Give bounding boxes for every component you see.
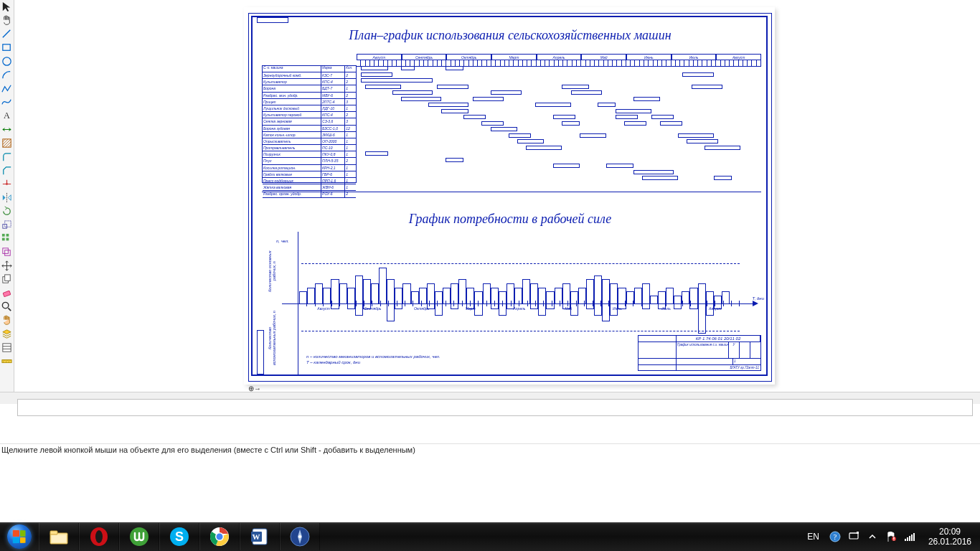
taskbar-clock[interactable]: 20:0926.01.2016: [923, 527, 977, 547]
table-row: Пресс-подборщикПРП-1,61: [263, 178, 356, 184]
zoom-tool[interactable]: [0, 300, 13, 313]
y-axis-label-up: Количество основных рабочих, n: [268, 246, 275, 296]
language-indicator[interactable]: EN: [804, 532, 822, 542]
taskbar-kompas[interactable]: [280, 523, 320, 550]
taskbar-utorrent[interactable]: [119, 523, 159, 550]
start-button[interactable]: [0, 522, 39, 551]
table-row: ПлугПЛН-5-352: [263, 158, 356, 164]
gantt-bar: [692, 85, 723, 89]
array-tool[interactable]: [0, 232, 13, 245]
gantt-bar: [714, 176, 732, 180]
svg-line-0: [2, 29, 9, 37]
polyline-tool[interactable]: [0, 82, 13, 95]
gantt-bar: [361, 78, 433, 83]
taskbar-word[interactable]: W: [240, 523, 280, 550]
gantt-bar: [361, 66, 387, 70]
drawing-canvas[interactable]: План–график использования сельскохозяйст…: [14, 0, 980, 392]
hatch-tool[interactable]: [0, 136, 13, 149]
rotate-tool[interactable]: [0, 204, 13, 217]
scale-tool[interactable]: [0, 218, 13, 231]
table-row: БоронаБДТ-71: [263, 85, 356, 92]
svg-rect-48: [893, 540, 895, 540]
gantt-bar: [365, 151, 387, 156]
sheet: План–график использования сельскохозяйст…: [244, 7, 775, 385]
gantt-bar: [553, 115, 575, 119]
svg-rect-9: [1, 233, 4, 236]
svg-rect-11: [1, 237, 4, 240]
move-tool[interactable]: [0, 259, 13, 272]
gantt-bar: [616, 109, 651, 113]
erase-tool[interactable]: [0, 286, 13, 299]
gantt-bar: [509, 133, 531, 138]
title-block: КР 1.74 06 01 20/11 02 График использова…: [638, 335, 761, 371]
arc-tool[interactable]: [0, 68, 13, 81]
gantt-bar: [437, 85, 468, 89]
x-axis-arrow: [753, 301, 758, 306]
chart-legend: n – количество механизаторов и вспомогат…: [306, 354, 440, 365]
command-input[interactable]: [17, 399, 973, 416]
gantt-bar: [682, 72, 714, 77]
gantt-bar: [517, 139, 544, 143]
gantt-bar: [633, 170, 674, 174]
taskbar-opera[interactable]: [79, 523, 119, 550]
layers-tool[interactable]: [0, 327, 13, 340]
table-row: ОпрыскивательОП-20001: [263, 138, 356, 145]
line-tool[interactable]: [0, 27, 13, 40]
svg-rect-47: [893, 537, 895, 539]
chamfer-tool[interactable]: [0, 164, 13, 176]
table-row: Косилка ротацион.КРН-2,11: [263, 165, 356, 171]
action-center-icon[interactable]: [848, 531, 859, 542]
network-icon[interactable]: [904, 531, 915, 542]
cursor-tool[interactable]: [0, 0, 13, 13]
table-row: Разбрас. мин. удобр.МВУ-62: [263, 93, 356, 99]
table-row: Жатка валковаяЖВН-61: [263, 184, 356, 191]
frame-inner: План–график использования сельскохозяйст…: [248, 13, 772, 382]
svg-rect-25: [50, 531, 57, 534]
offset-tool[interactable]: [0, 245, 13, 258]
svg-text:W: W: [253, 532, 260, 541]
svg-text:?: ?: [833, 532, 837, 541]
pan-tool[interactable]: [0, 314, 13, 326]
gantt-bar: [441, 109, 468, 113]
taskbar-explorer[interactable]: [39, 523, 79, 550]
svg-rect-26: [52, 535, 66, 542]
gantt-bar: [481, 121, 504, 126]
gantt-bar: [361, 72, 392, 77]
svg-rect-14: [4, 250, 10, 255]
copy-tool[interactable]: [0, 273, 13, 286]
measure-tool[interactable]: [0, 354, 13, 367]
table-row: Грабли валковыеГВР-61: [263, 171, 356, 178]
spline-tool[interactable]: [0, 95, 13, 108]
circle-tool[interactable]: [0, 55, 13, 67]
table-row: Зерноуборочный комб.КЗС-72: [263, 72, 356, 79]
gantt-bar: [562, 121, 580, 126]
svg-point-41: [298, 535, 301, 538]
rectangle-tool[interactable]: [0, 41, 13, 54]
hand-tool[interactable]: [0, 14, 13, 27]
taskbar-chrome[interactable]: [199, 523, 240, 550]
gantt-bar: [401, 97, 441, 101]
mirror-tool[interactable]: [0, 191, 13, 204]
flag-icon[interactable]: [885, 531, 897, 542]
help-icon[interactable]: ?: [829, 531, 841, 542]
y-unit-label: n, чел.: [276, 239, 289, 243]
text-tool[interactable]: A: [0, 109, 13, 122]
x-axis-label: T, дни: [753, 296, 764, 301]
gantt-bar: [687, 139, 718, 143]
gantt-bar: [535, 103, 571, 107]
gantt-bar: [446, 66, 463, 70]
taskbar-skype[interactable]: S: [159, 523, 199, 550]
gantt-bar: [473, 97, 504, 101]
dimension-tool[interactable]: [0, 123, 13, 136]
fillet-tool[interactable]: [0, 150, 13, 163]
svg-rect-17: [3, 291, 11, 297]
props-tool[interactable]: [0, 341, 13, 354]
svg-rect-13: [2, 248, 8, 253]
gantt-bar: [365, 85, 401, 89]
gantt-chart: АвгустСентябрьОктябрьМартАпрельМайИюньИю…: [262, 65, 761, 187]
trim-tool[interactable]: [0, 177, 13, 190]
gantt-bar: [401, 66, 415, 70]
table-row: ПогрузчикПКУ-0,81: [263, 151, 356, 158]
table-row: Прицеп2ПТС-43: [263, 99, 356, 105]
chevron-up-icon[interactable]: [867, 531, 878, 542]
